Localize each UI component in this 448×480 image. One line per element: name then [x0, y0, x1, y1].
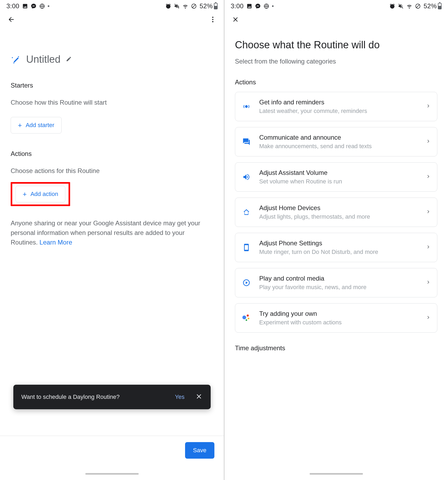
play-circle-icon: [241, 279, 252, 287]
card-home-devices[interactable]: Adjust Home DevicesAdjust lights, plugs,…: [235, 198, 437, 227]
chevron-right-icon: [425, 314, 431, 321]
dnd-icon: [191, 3, 197, 9]
card-title: Adjust Phone Settings: [259, 239, 425, 247]
photos-icon: [22, 3, 28, 9]
card-title: Adjust Assistant Volume: [259, 169, 425, 176]
card-title: Communicate and announce: [259, 134, 425, 141]
time-adjustments-heading: Time adjustments: [235, 344, 437, 352]
card-desc: Make announcements, send and read texts: [259, 143, 425, 150]
add-action-label: Add action: [30, 191, 58, 198]
assistant-icon: [241, 314, 252, 322]
add-starter-button[interactable]: + Add starter: [11, 117, 62, 133]
card-desc: Play your favorite music, news, and more: [259, 284, 425, 291]
actions-section-heading: Actions: [235, 78, 437, 86]
card-desc: Experiment with custom actions: [259, 319, 425, 326]
card-desc: Adjust lights, plugs, thermostats, and m…: [259, 213, 425, 220]
battery-indicator: 52%: [199, 2, 218, 10]
chevron-right-icon: [425, 209, 431, 216]
clock-text: 3:00: [6, 2, 19, 10]
edit-title-icon[interactable]: [66, 56, 72, 63]
card-get-info[interactable]: Get info and remindersLatest weather, yo…: [235, 92, 437, 121]
volume-icon: [241, 173, 252, 181]
card-desc: Mute ringer, turn on Do Not Disturb, and…: [259, 249, 425, 255]
wifi-icon: [406, 3, 412, 9]
chevron-right-icon: [425, 279, 431, 286]
card-title: Adjust Home Devices: [259, 204, 425, 212]
screen-routine-editor: 3:00 52% Untitled: [0, 0, 224, 480]
svg-point-1: [212, 19, 214, 20]
actions-description: Choose actions for this Routine: [11, 167, 213, 175]
alarm-icon: [389, 3, 395, 9]
plus-icon: +: [18, 121, 22, 129]
back-button[interactable]: [5, 14, 17, 25]
status-bar: 3:00 52%: [0, 0, 224, 12]
page-subtitle: Select from the following categories: [235, 58, 437, 65]
chat-icon: [241, 138, 252, 146]
chevron-right-icon: [425, 138, 431, 145]
add-action-button[interactable]: + Add action: [15, 186, 65, 202]
messenger-icon: [255, 3, 261, 9]
card-volume[interactable]: Adjust Assistant VolumeSet volume when R…: [235, 162, 437, 192]
add-starter-label: Add starter: [26, 122, 54, 129]
card-communicate[interactable]: Communicate and announceMake announcemen…: [235, 127, 437, 156]
routine-title-row[interactable]: Untitled: [11, 54, 213, 65]
broadcast-icon: [241, 103, 252, 111]
plus-icon: +: [23, 190, 27, 198]
home-icon: [241, 208, 252, 216]
photos-icon: [246, 3, 252, 9]
card-phone-settings[interactable]: Adjust Phone SettingsMute ringer, turn o…: [235, 233, 437, 262]
gesture-bar: [85, 473, 139, 475]
chevron-right-icon: [425, 244, 431, 251]
phone-icon: [241, 243, 252, 251]
actions-heading: Actions: [11, 150, 213, 158]
close-button[interactable]: [230, 14, 241, 25]
learn-more-link[interactable]: Learn More: [39, 239, 72, 246]
starters-description: Choose how this Routine will start: [11, 99, 213, 106]
save-button[interactable]: Save: [185, 442, 214, 459]
snackbar: Want to schedule a Daylong Routine? Yes: [13, 385, 211, 409]
more-notifications-dot: [272, 5, 274, 7]
footer-divider: [0, 436, 224, 436]
routine-title: Untitled: [26, 54, 61, 65]
screen-choose-action: 3:00 52% Choose what the Routine will do…: [224, 0, 448, 480]
dnd-icon: [415, 3, 421, 9]
card-desc: Latest weather, your commute, reminders: [259, 108, 425, 115]
chevron-right-icon: [425, 103, 431, 110]
snackbar-close-button[interactable]: [195, 393, 203, 401]
card-title: Get info and reminders: [259, 99, 425, 106]
vibrate-icon: [398, 3, 404, 9]
status-bar: 3:00 52%: [224, 0, 448, 12]
clock-text: 3:00: [231, 2, 244, 10]
card-custom[interactable]: Try adding your ownExperiment with custo…: [235, 303, 437, 333]
card-title: Try adding your own: [259, 310, 425, 317]
snackbar-yes-button[interactable]: Yes: [175, 394, 185, 400]
overflow-menu-button[interactable]: [207, 14, 219, 25]
app-bar: [224, 12, 448, 27]
page-title: Choose what the Routine will do: [235, 39, 437, 51]
vibrate-icon: [174, 3, 180, 9]
card-play-media[interactable]: Play and control mediaPlay your favorite…: [235, 268, 437, 297]
svg-point-2: [212, 21, 214, 22]
wifi-icon: [182, 3, 188, 9]
alarm-icon: [165, 3, 171, 9]
chevron-right-icon: [425, 174, 431, 180]
snackbar-message: Want to schedule a Daylong Routine?: [21, 394, 175, 400]
card-title: Play and control media: [259, 275, 425, 282]
app-bar: [0, 12, 224, 27]
more-notifications-dot: [48, 5, 49, 7]
gesture-bar: [310, 473, 363, 475]
starters-heading: Starters: [11, 82, 213, 89]
sports-icon: [39, 3, 45, 9]
disclosure-text: Anyone sharing or near your Google Assis…: [11, 218, 205, 247]
annotation-highlight: + Add action: [11, 182, 70, 206]
card-desc: Set volume when Routine is run: [259, 178, 425, 185]
wand-icon: [11, 54, 21, 65]
svg-point-0: [212, 17, 214, 18]
messenger-icon: [31, 3, 37, 9]
sports-icon: [263, 3, 269, 9]
battery-indicator: 52%: [423, 2, 442, 10]
